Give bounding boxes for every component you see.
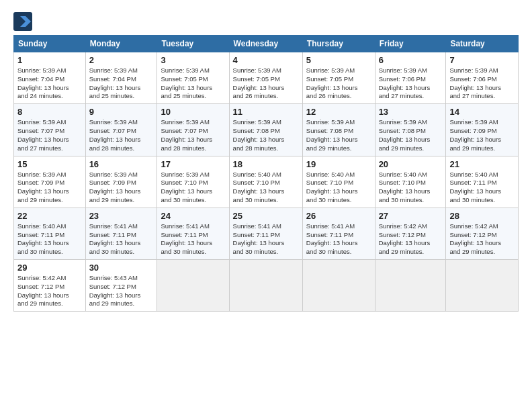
day-number: 13 xyxy=(379,107,443,117)
day-info: Sunrise: 5:39 AM Sunset: 7:08 PM Dayligh… xyxy=(306,118,371,152)
day-info: Sunrise: 5:39 AM Sunset: 7:09 PM Dayligh… xyxy=(89,171,154,205)
calendar-week-5: 29Sunrise: 5:42 AM Sunset: 7:12 PM Dayli… xyxy=(14,260,519,312)
day-info: Sunrise: 5:42 AM Sunset: 7:12 PM Dayligh… xyxy=(379,222,443,257)
calendar-cell xyxy=(229,260,302,312)
day-info: Sunrise: 5:39 AM Sunset: 7:05 PM Dayligh… xyxy=(233,66,299,101)
calendar-cell: 24Sunrise: 5:41 AM Sunset: 7:11 PM Dayli… xyxy=(157,208,229,259)
calendar-cell: 13Sunrise: 5:39 AM Sunset: 7:08 PM Dayli… xyxy=(375,104,446,156)
weekday-header-wednesday: Wednesday xyxy=(229,36,302,52)
weekday-header-row: SundayMondayTuesdayWednesdayThursdayFrid… xyxy=(14,36,519,52)
day-number: 27 xyxy=(379,211,443,221)
calendar-week-4: 22Sunrise: 5:40 AM Sunset: 7:11 PM Dayli… xyxy=(14,208,519,259)
day-info: Sunrise: 5:39 AM Sunset: 7:04 PM Dayligh… xyxy=(17,66,82,101)
calendar-cell: 14Sunrise: 5:39 AM Sunset: 7:09 PM Dayli… xyxy=(446,104,519,156)
day-info: Sunrise: 5:39 AM Sunset: 7:09 PM Dayligh… xyxy=(449,118,515,152)
day-number: 4 xyxy=(233,55,299,65)
calendar-cell: 12Sunrise: 5:39 AM Sunset: 7:08 PM Dayli… xyxy=(302,104,375,156)
day-info: Sunrise: 5:39 AM Sunset: 7:05 PM Dayligh… xyxy=(161,66,225,101)
day-info: Sunrise: 5:39 AM Sunset: 7:06 PM Dayligh… xyxy=(449,66,515,101)
calendar-cell: 16Sunrise: 5:39 AM Sunset: 7:09 PM Dayli… xyxy=(85,156,157,208)
calendar-cell: 2Sunrise: 5:39 AM Sunset: 7:04 PM Daylig… xyxy=(85,52,157,104)
day-number: 9 xyxy=(89,107,154,117)
weekday-header-thursday: Thursday xyxy=(302,36,375,52)
logo-icon xyxy=(13,12,32,31)
day-number: 20 xyxy=(379,159,443,169)
calendar-week-3: 15Sunrise: 5:39 AM Sunset: 7:09 PM Dayli… xyxy=(14,156,519,208)
day-number: 17 xyxy=(161,159,225,169)
day-number: 23 xyxy=(89,211,154,221)
weekday-header-friday: Friday xyxy=(375,36,446,52)
day-number: 10 xyxy=(161,107,225,117)
day-number: 19 xyxy=(306,159,371,169)
day-info: Sunrise: 5:40 AM Sunset: 7:11 PM Dayligh… xyxy=(449,171,515,205)
weekday-header-tuesday: Tuesday xyxy=(157,36,229,52)
day-info: Sunrise: 5:39 AM Sunset: 7:08 PM Dayligh… xyxy=(379,118,443,152)
calendar-cell: 23Sunrise: 5:41 AM Sunset: 7:11 PM Dayli… xyxy=(85,208,157,259)
calendar-cell: 21Sunrise: 5:40 AM Sunset: 7:11 PM Dayli… xyxy=(446,156,519,208)
day-number: 1 xyxy=(17,55,82,65)
calendar-cell: 27Sunrise: 5:42 AM Sunset: 7:12 PM Dayli… xyxy=(375,208,446,259)
day-info: Sunrise: 5:39 AM Sunset: 7:07 PM Dayligh… xyxy=(89,118,154,152)
day-info: Sunrise: 5:42 AM Sunset: 7:12 PM Dayligh… xyxy=(449,222,515,257)
page: SundayMondayTuesdayWednesdayThursdayFrid… xyxy=(0,0,532,411)
day-number: 16 xyxy=(89,159,154,169)
day-number: 5 xyxy=(306,55,371,65)
day-info: Sunrise: 5:39 AM Sunset: 7:07 PM Dayligh… xyxy=(17,118,82,152)
day-number: 6 xyxy=(379,55,443,65)
calendar-cell: 28Sunrise: 5:42 AM Sunset: 7:12 PM Dayli… xyxy=(446,208,519,259)
day-info: Sunrise: 5:39 AM Sunset: 7:04 PM Dayligh… xyxy=(89,66,154,101)
calendar-week-1: 1Sunrise: 5:39 AM Sunset: 7:04 PM Daylig… xyxy=(14,52,519,104)
calendar-cell: 19Sunrise: 5:40 AM Sunset: 7:10 PM Dayli… xyxy=(302,156,375,208)
day-info: Sunrise: 5:39 AM Sunset: 7:06 PM Dayligh… xyxy=(379,66,443,101)
day-number: 24 xyxy=(161,211,225,221)
day-number: 22 xyxy=(17,211,82,221)
day-info: Sunrise: 5:40 AM Sunset: 7:11 PM Dayligh… xyxy=(17,222,82,257)
calendar-cell: 17Sunrise: 5:39 AM Sunset: 7:10 PM Dayli… xyxy=(157,156,229,208)
calendar-cell xyxy=(446,260,519,312)
calendar-cell: 6Sunrise: 5:39 AM Sunset: 7:06 PM Daylig… xyxy=(375,52,446,104)
day-info: Sunrise: 5:43 AM Sunset: 7:12 PM Dayligh… xyxy=(89,274,154,308)
day-info: Sunrise: 5:39 AM Sunset: 7:07 PM Dayligh… xyxy=(161,118,225,152)
weekday-header-monday: Monday xyxy=(85,36,157,52)
day-info: Sunrise: 5:40 AM Sunset: 7:10 PM Dayligh… xyxy=(233,171,299,205)
day-number: 14 xyxy=(449,107,515,117)
calendar-cell: 10Sunrise: 5:39 AM Sunset: 7:07 PM Dayli… xyxy=(157,104,229,156)
day-number: 8 xyxy=(17,107,82,117)
calendar-header: SundayMondayTuesdayWednesdayThursdayFrid… xyxy=(14,36,519,52)
day-info: Sunrise: 5:41 AM Sunset: 7:11 PM Dayligh… xyxy=(306,222,371,257)
day-number: 3 xyxy=(161,55,225,65)
calendar-cell: 29Sunrise: 5:42 AM Sunset: 7:12 PM Dayli… xyxy=(14,260,86,312)
calendar-cell: 1Sunrise: 5:39 AM Sunset: 7:04 PM Daylig… xyxy=(14,52,86,104)
calendar-cell xyxy=(302,260,375,312)
calendar-cell: 7Sunrise: 5:39 AM Sunset: 7:06 PM Daylig… xyxy=(446,52,519,104)
day-number: 26 xyxy=(306,211,371,221)
day-info: Sunrise: 5:40 AM Sunset: 7:10 PM Dayligh… xyxy=(379,171,443,205)
day-info: Sunrise: 5:42 AM Sunset: 7:12 PM Dayligh… xyxy=(17,274,82,308)
day-info: Sunrise: 5:41 AM Sunset: 7:11 PM Dayligh… xyxy=(89,222,154,257)
day-number: 21 xyxy=(449,159,515,169)
calendar-cell: 8Sunrise: 5:39 AM Sunset: 7:07 PM Daylig… xyxy=(14,104,86,156)
calendar-cell xyxy=(157,260,229,312)
day-info: Sunrise: 5:41 AM Sunset: 7:11 PM Dayligh… xyxy=(161,222,225,257)
day-info: Sunrise: 5:39 AM Sunset: 7:05 PM Dayligh… xyxy=(306,66,371,101)
day-number: 12 xyxy=(306,107,371,117)
calendar-cell: 18Sunrise: 5:40 AM Sunset: 7:10 PM Dayli… xyxy=(229,156,302,208)
calendar-cell: 25Sunrise: 5:41 AM Sunset: 7:11 PM Dayli… xyxy=(229,208,302,259)
day-number: 30 xyxy=(89,263,154,273)
calendar-cell: 15Sunrise: 5:39 AM Sunset: 7:09 PM Dayli… xyxy=(14,156,86,208)
calendar-cell: 11Sunrise: 5:39 AM Sunset: 7:08 PM Dayli… xyxy=(229,104,302,156)
header xyxy=(13,12,519,31)
calendar-cell: 5Sunrise: 5:39 AM Sunset: 7:05 PM Daylig… xyxy=(302,52,375,104)
day-info: Sunrise: 5:39 AM Sunset: 7:08 PM Dayligh… xyxy=(233,118,299,152)
day-number: 2 xyxy=(89,55,154,65)
weekday-header-saturday: Saturday xyxy=(446,36,519,52)
day-info: Sunrise: 5:39 AM Sunset: 7:10 PM Dayligh… xyxy=(161,171,225,205)
day-number: 7 xyxy=(449,55,515,65)
calendar-cell: 3Sunrise: 5:39 AM Sunset: 7:05 PM Daylig… xyxy=(157,52,229,104)
calendar-cell: 4Sunrise: 5:39 AM Sunset: 7:05 PM Daylig… xyxy=(229,52,302,104)
calendar-cell: 22Sunrise: 5:40 AM Sunset: 7:11 PM Dayli… xyxy=(14,208,86,259)
calendar-cell: 26Sunrise: 5:41 AM Sunset: 7:11 PM Dayli… xyxy=(302,208,375,259)
day-number: 29 xyxy=(17,263,82,273)
day-info: Sunrise: 5:40 AM Sunset: 7:10 PM Dayligh… xyxy=(306,171,371,205)
logo xyxy=(13,12,35,31)
